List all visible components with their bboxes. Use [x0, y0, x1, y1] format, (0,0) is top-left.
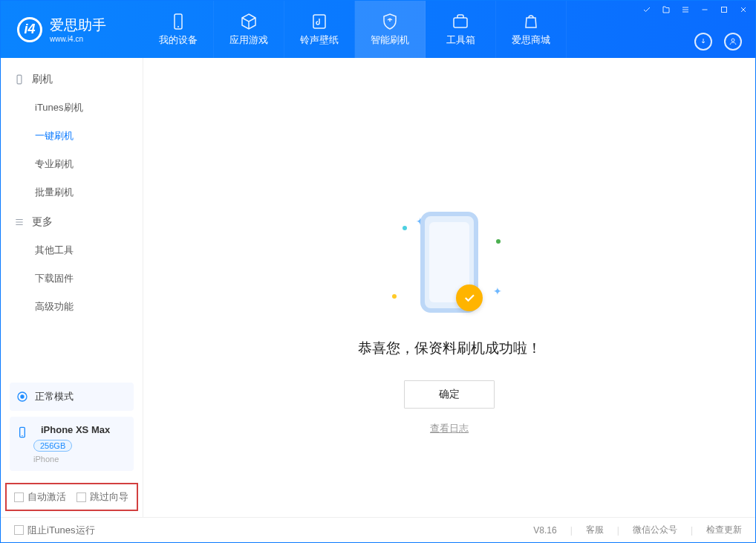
minimize-button[interactable] — [700, 5, 709, 14]
nav-tab-4[interactable]: 工具箱 — [426, 1, 496, 58]
briefcase-icon — [452, 13, 469, 30]
sidebar-item-more-0[interactable]: 其他工具 — [1, 236, 143, 264]
music-icon — [310, 13, 328, 30]
sidebar-section-flash[interactable]: 刷机 — [1, 64, 143, 94]
mode-icon — [16, 390, 29, 403]
section-icon — [14, 217, 25, 227]
sidebar-item-more-2[interactable]: 高级功能 — [1, 293, 143, 321]
logo-icon: i4 — [17, 17, 42, 42]
device-name: iPhone XS Max — [41, 424, 110, 435]
svg-point-4 — [731, 39, 734, 42]
nav-tab-label: 工具箱 — [446, 33, 475, 47]
version-label: V8.16 — [533, 525, 556, 536]
svg-rect-2 — [454, 18, 467, 27]
checkbox-icon — [14, 492, 24, 502]
auto-activate-label: 自动激活 — [27, 490, 66, 504]
svg-rect-5 — [17, 75, 22, 84]
header-right — [694, 33, 742, 51]
sidebar: 刷机iTunes刷机一键刷机专业刷机批量刷机 更多其他工具下载固件高级功能 正常… — [1, 58, 143, 517]
device-icon — [16, 426, 29, 439]
user-button[interactable] — [724, 33, 742, 51]
status-bar: 阻止iTunes运行 V8.16 | 客服 | 微信公众号 | 检查更新 — [1, 517, 755, 542]
bag-icon — [522, 13, 540, 30]
flash-options-highlight: 自动激活 跳过向导 — [5, 483, 138, 511]
checkbox-icon — [76, 492, 86, 502]
check-update-link[interactable]: 检查更新 — [706, 524, 742, 536]
device-capacity-badge: 256GB — [33, 440, 72, 452]
status-left: 阻止iTunes运行 — [14, 524, 95, 537]
cube-icon — [240, 13, 258, 30]
support-link[interactable]: 客服 — [586, 524, 604, 536]
confirm-button[interactable]: 确定 — [404, 380, 495, 409]
wechat-link[interactable]: 微信公众号 — [633, 524, 677, 536]
nav-tab-3[interactable]: 智能刷机 — [355, 1, 426, 58]
section-icon — [14, 74, 25, 85]
success-title: 恭喜您，保资料刷机成功啦！ — [358, 339, 541, 358]
device-mode[interactable]: 正常模式 — [10, 383, 134, 411]
download-button[interactable] — [694, 33, 712, 51]
success-illustration: ✦ ✦ — [386, 207, 512, 318]
phone-icon — [420, 212, 478, 313]
nav-tab-label: 我的设备 — [159, 33, 198, 47]
nav-tab-1[interactable]: 应用游戏 — [214, 1, 284, 58]
sidebar-item-more-1[interactable]: 下载固件 — [1, 264, 143, 293]
sidebar-item-flash-2[interactable]: 专业刷机 — [1, 150, 143, 178]
sidebar-section-more[interactable]: 更多 — [1, 207, 143, 236]
logo-text: 爱思助手 — [50, 16, 106, 35]
nav-tab-0[interactable]: 我的设备 — [143, 1, 214, 58]
nav-tab-label: 智能刷机 — [371, 33, 409, 47]
sidebar-nav: 刷机iTunes刷机一键刷机专业刷机批量刷机 更多其他工具下载固件高级功能 — [1, 58, 143, 375]
view-log-link[interactable]: 查看日志 — [430, 422, 469, 435]
phone-icon — [169, 13, 187, 30]
logo: i4 爱思助手 www.i4.cn — [1, 16, 143, 43]
content-area: ✦ ✦ 恭喜您，保资料刷机成功啦！ 确定 查看日志 — [143, 58, 755, 517]
main: 刷机iTunes刷机一键刷机专业刷机批量刷机 更多其他工具下载固件高级功能 正常… — [1, 58, 755, 517]
shield-icon — [381, 13, 399, 30]
window-controls — [642, 5, 748, 14]
skin-icon[interactable] — [662, 5, 671, 14]
device-panel: 正常模式 iPhone XS Max 256GB iPhone — [1, 375, 143, 480]
nav-tab-5[interactable]: 爱思商城 — [496, 1, 567, 58]
device-info[interactable]: iPhone XS Max 256GB iPhone — [10, 417, 134, 471]
device-type: iPhone — [33, 455, 128, 464]
app-header: i4 爱思助手 www.i4.cn 我的设备 应用游戏 铃声壁纸 智能刷机 工具… — [1, 1, 755, 58]
status-right: V8.16 | 客服 | 微信公众号 | 检查更新 — [533, 524, 742, 536]
sidebar-item-flash-3[interactable]: 批量刷机 — [1, 178, 143, 207]
menu-icon[interactable] — [681, 5, 690, 14]
svg-rect-3 — [722, 7, 727, 13]
nav-tab-label: 爱思商城 — [512, 33, 550, 47]
block-itunes-checkbox[interactable]: 阻止iTunes运行 — [14, 524, 95, 537]
close-button[interactable] — [739, 5, 748, 14]
auto-activate-checkbox[interactable]: 自动激活 — [14, 490, 66, 504]
sidebar-item-flash-1[interactable]: 一键刷机 — [1, 122, 143, 150]
maximize-button[interactable] — [720, 5, 729, 14]
block-itunes-label: 阻止iTunes运行 — [27, 524, 95, 537]
logo-subtext: www.i4.cn — [50, 35, 106, 43]
section-title: 刷机 — [32, 73, 53, 86]
sidebar-item-flash-0[interactable]: iTunes刷机 — [1, 94, 143, 122]
skip-guide-checkbox[interactable]: 跳过向导 — [76, 490, 128, 504]
nav-tab-label: 铃声壁纸 — [300, 33, 339, 47]
nav-tabs: 我的设备 应用游戏 铃声壁纸 智能刷机 工具箱 爱思商城 — [143, 1, 567, 58]
nav-tab-label: 应用游戏 — [229, 33, 268, 47]
section-title: 更多 — [32, 215, 53, 229]
nav-tab-2[interactable]: 铃声壁纸 — [284, 1, 355, 58]
check-icon — [456, 284, 483, 311]
device-mode-label: 正常模式 — [35, 390, 74, 403]
feedback-icon[interactable] — [642, 5, 651, 14]
checkbox-icon — [14, 525, 24, 535]
skip-guide-label: 跳过向导 — [90, 490, 128, 504]
svg-point-7 — [21, 395, 24, 398]
